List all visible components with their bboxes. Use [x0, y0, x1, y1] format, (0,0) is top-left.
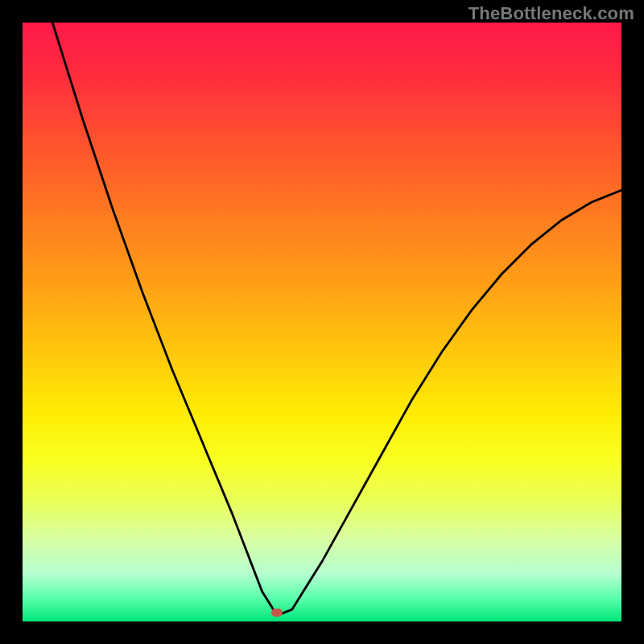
plot-area: [23, 23, 621, 621]
bottleneck-curve-path: [52, 23, 621, 616]
chart-frame: TheBottleneck.com: [0, 0, 644, 644]
curve-svg: [23, 23, 621, 621]
minimum-marker: [271, 609, 283, 617]
watermark-label: TheBottleneck.com: [469, 3, 634, 24]
